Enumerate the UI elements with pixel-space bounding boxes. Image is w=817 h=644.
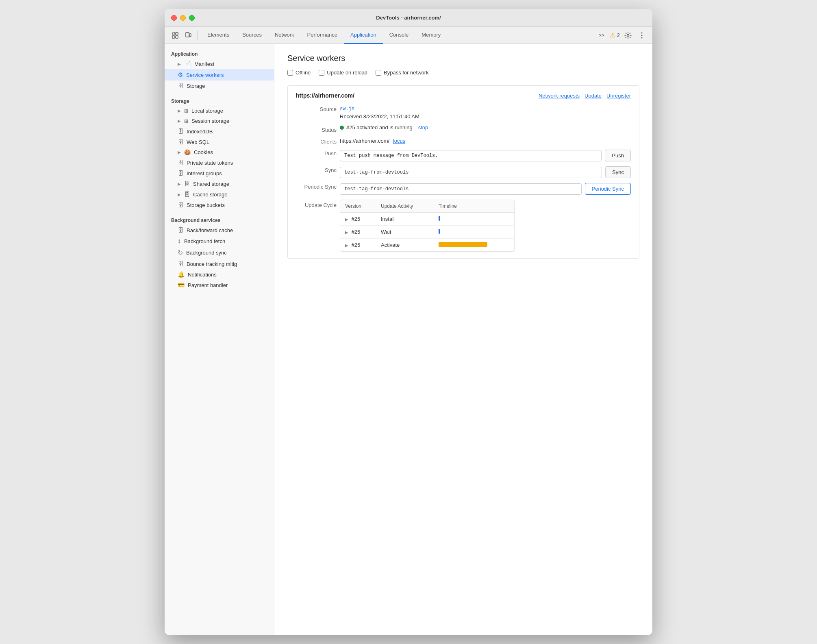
offline-checkbox[interactable] (287, 70, 293, 76)
sidebar-item-storage-app[interactable]: 🗄 Storage (165, 80, 274, 91)
tab-application[interactable]: Application (344, 27, 383, 44)
back-forward-cache-icon: 🗄 (178, 227, 183, 233)
sidebar-item-back-forward-cache[interactable]: 🗄 Back/forward cache (165, 225, 274, 235)
sidebar-item-private-state-tokens[interactable]: 🗄 Private state tokens (165, 157, 274, 168)
push-button[interactable]: Push (605, 150, 631, 161)
bypass-for-network-checkbox-label[interactable]: Bypass for network (376, 70, 429, 76)
manifest-chevron: ▶ (178, 62, 181, 66)
local-storage-chevron: ▶ (178, 109, 181, 113)
toolbar: Elements Sources Network Performance App… (165, 27, 652, 44)
private-state-tokens-icon: 🗄 (178, 159, 183, 166)
more-options-icon[interactable] (636, 30, 648, 41)
sidebar-item-bounce-tracking[interactable]: 🗄 Bounce tracking mitig (165, 259, 274, 269)
update-cycle-box: Version Update Activity Timeline ▶ (340, 200, 515, 252)
sidebar-item-cookies[interactable]: ▶ 🍪 Cookies (165, 147, 274, 157)
update-on-reload-checkbox[interactable] (319, 70, 324, 76)
title-bar: DevTools - airhorner.com/ (165, 9, 652, 27)
manifest-icon: 📄 (184, 61, 191, 67)
periodic-sync-button[interactable]: Periodic Sync (585, 183, 631, 195)
sidebar-item-local-storage[interactable]: ▶ ⊞ Local storage (165, 106, 274, 116)
sidebar-item-shared-storage[interactable]: ▶ 🗄 Shared storage (165, 178, 274, 189)
table-row: ▶ #25 Install (340, 213, 514, 226)
focus-link[interactable]: focus (393, 138, 405, 144)
tab-network[interactable]: Network (268, 27, 301, 44)
status-label: Status (296, 124, 337, 133)
svg-rect-2 (172, 36, 175, 38)
content-panel: Service workers Offline Update on reload… (274, 44, 652, 635)
timeline-cell-3 (434, 239, 514, 252)
bypass-for-network-checkbox[interactable] (376, 70, 381, 76)
sidebar-item-payment-handler[interactable]: 💳 Payment handler (165, 280, 274, 290)
sidebar-item-session-storage[interactable]: ▶ ⊞ Session storage (165, 116, 274, 126)
timeline-cell-1 (434, 213, 514, 226)
activity-header: Update Activity (376, 200, 434, 213)
push-input[interactable] (340, 150, 602, 161)
sidebar-section-application: Application (165, 47, 274, 59)
activity-cell-3: Activate (376, 239, 434, 252)
svg-rect-0 (172, 33, 175, 35)
sidebar-item-interest-groups[interactable]: 🗄 Interest groups (165, 168, 274, 178)
sidebar-item-service-workers[interactable]: ⚙ Service workers (165, 69, 274, 80)
source-file-link[interactable]: sw.js (340, 106, 354, 112)
sync-button[interactable]: Sync (605, 166, 631, 178)
select-tool-icon[interactable] (169, 30, 181, 41)
sync-field: Sync (340, 166, 631, 178)
tab-memory[interactable]: Memory (415, 27, 447, 44)
more-tabs-button[interactable]: >> (596, 30, 607, 41)
svg-point-7 (641, 32, 643, 33)
sidebar-item-background-fetch[interactable]: ↕ Background fetch (165, 235, 274, 247)
close-button[interactable] (171, 15, 177, 21)
stop-link[interactable]: stop (418, 124, 428, 131)
update-link[interactable]: Update (585, 93, 602, 99)
timeline-bar-install (439, 216, 440, 221)
settings-icon[interactable] (622, 30, 634, 41)
sidebar-item-web-sql[interactable]: 🗄 Web SQL (165, 137, 274, 147)
activity-cell-1: Install (376, 213, 434, 226)
sidebar-item-storage-buckets[interactable]: 🗄 Storage buckets (165, 200, 274, 210)
sidebar-item-manifest[interactable]: ▶ 📄 Manifest (165, 59, 274, 69)
warning-badge[interactable]: ⚠ 2 (610, 31, 620, 39)
sidebar-item-notifications[interactable]: 🔔 Notifications (165, 269, 274, 280)
status-text: #25 activated and is running (346, 124, 413, 131)
status-row: #25 activated and is running stop (340, 124, 631, 131)
version-cell-3: ▶ #25 (340, 239, 376, 252)
network-requests-link[interactable]: Network requests (539, 93, 580, 99)
maximize-button[interactable] (189, 15, 195, 21)
sidebar-item-cache-storage[interactable]: ▶ 🗄 Cache storage (165, 189, 274, 200)
periodic-sync-field: Periodic Sync (340, 183, 631, 195)
version-cell-1: ▶ #25 (340, 213, 376, 226)
device-toggle-icon[interactable] (183, 30, 194, 41)
offline-checkbox-label[interactable]: Offline (287, 70, 311, 76)
sidebar-item-indexeddb[interactable]: 🗄 IndexedDB (165, 126, 274, 137)
row-chevron-1[interactable]: ▶ (345, 217, 348, 222)
clients-value: https://airhorner.com/ focus (340, 138, 631, 144)
periodic-sync-input[interactable] (340, 183, 582, 195)
unregister-link[interactable]: Unregister (606, 93, 631, 99)
svg-rect-1 (176, 33, 178, 35)
timeline-cell-2 (434, 226, 514, 239)
sidebar: Application ▶ 📄 Manifest ⚙ Service worke… (165, 44, 274, 635)
push-field: Push (340, 150, 631, 161)
timeline-bar-wait (439, 229, 440, 234)
svg-point-8 (641, 35, 643, 36)
traffic-lights (171, 15, 195, 21)
row-chevron-3[interactable]: ▶ (345, 243, 348, 248)
main-content: Application ▶ 📄 Manifest ⚙ Service worke… (165, 44, 652, 635)
tab-sources[interactable]: Sources (236, 27, 268, 44)
storage-buckets-icon: 🗄 (178, 202, 183, 208)
shared-storage-chevron: ▶ (178, 182, 181, 186)
sw-fields: Source sw.js Received 8/23/2022, 11:51:4… (296, 105, 631, 252)
devtools-window: DevTools - airhorner.com/ Elements Sourc (165, 9, 652, 635)
local-storage-icon: ⊞ (184, 108, 188, 114)
row-chevron-2[interactable]: ▶ (345, 230, 348, 235)
sync-label: Sync (296, 166, 337, 173)
update-on-reload-checkbox-label[interactable]: Update on reload (319, 70, 367, 76)
sw-url: https://airhorner.com/ (296, 92, 354, 99)
update-cycle-table: Version Update Activity Timeline ▶ (340, 200, 514, 251)
sync-input[interactable] (340, 167, 602, 178)
tab-elements[interactable]: Elements (201, 27, 236, 44)
tab-performance[interactable]: Performance (301, 27, 344, 44)
sidebar-item-background-sync[interactable]: ↻ Background sync (165, 247, 274, 259)
tab-console[interactable]: Console (383, 27, 415, 44)
minimize-button[interactable] (180, 15, 186, 21)
